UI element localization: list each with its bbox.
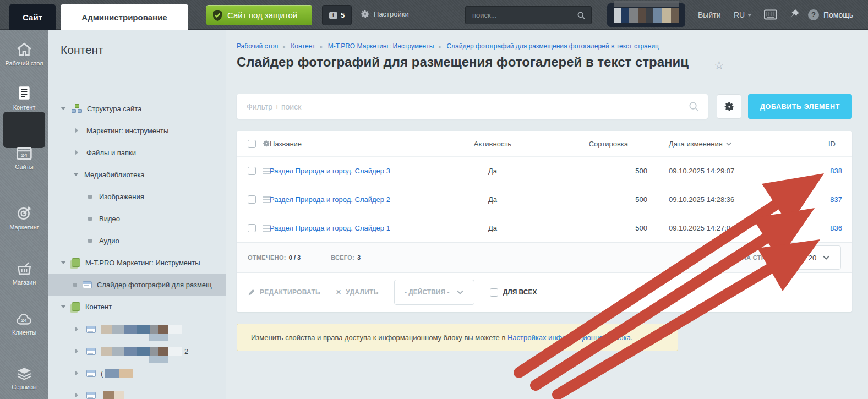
delete-label: УДАЛИТЬ <box>346 288 378 296</box>
tree-item-redacted[interactable] <box>48 384 226 399</box>
element-id-link[interactable]: 838 <box>830 167 842 175</box>
redacted-label <box>103 391 124 399</box>
tree-item-images[interactable]: Изображения <box>48 185 226 207</box>
settings-button[interactable]: Настройки <box>361 9 409 19</box>
tree-item-label: Маркетинг: инструменты <box>86 127 168 135</box>
sidebar-item-services[interactable]: Сервисы <box>0 367 48 391</box>
breadcrumb-item[interactable]: Контент <box>291 42 315 50</box>
element-id-link[interactable]: 836 <box>830 224 842 232</box>
pin-icon[interactable] <box>789 9 800 20</box>
expand-arrow-icon[interactable] <box>61 107 66 113</box>
favorite-star-icon[interactable]: ☆ <box>714 59 724 72</box>
breadcrumb-item[interactable]: Слайдер фотографий для размещения фотога… <box>446 42 659 50</box>
tree-item-photo-slider-selected[interactable]: Слайдер фотографий для размещ <box>48 274 226 296</box>
filter-search-input[interactable] <box>237 102 689 111</box>
logout-link[interactable]: Выйти <box>698 10 720 19</box>
tab-admin-active[interactable]: Администрирование <box>61 4 188 30</box>
redacted-label <box>101 325 182 334</box>
active-value: Да <box>451 167 534 175</box>
basket-icon <box>0 261 48 276</box>
tab-site[interactable]: Сайт <box>9 4 56 30</box>
pencil-icon <box>248 288 255 296</box>
language-selector[interactable]: RU <box>734 10 752 19</box>
tree-item-marketing-tools[interactable]: Маркетинг: инструменты <box>48 119 226 141</box>
sidebar-item-desktop[interactable]: Рабочий стол <box>0 42 48 67</box>
collapse-arrow-icon[interactable] <box>75 370 81 376</box>
per-page-value: 20 <box>809 254 816 262</box>
chevron-down-icon <box>747 14 752 19</box>
tree-item-redacted[interactable] <box>48 318 226 340</box>
expand-arrow-icon[interactable] <box>61 261 66 267</box>
tree-item-site-structure[interactable]: Структура сайта <box>48 97 226 119</box>
svg-text:24: 24 <box>21 152 28 158</box>
infoblock-settings-link[interactable]: Настройках информационного блока. <box>507 334 632 342</box>
sidebar-item-content[interactable]: Контент <box>0 85 48 111</box>
element-name-link[interactable]: Раздел Природа и город. Слайдер 3 <box>270 167 390 175</box>
help-label: Помощь <box>823 10 853 19</box>
grid-settings-button[interactable] <box>717 94 741 119</box>
column-header-active[interactable]: Активность <box>451 140 534 148</box>
tree-item-media-library[interactable]: Медиабиблиотека <box>48 163 226 185</box>
per-page-select[interactable]: 20 <box>797 245 841 270</box>
collapse-arrow-icon[interactable] <box>75 326 81 332</box>
for-all-checkbox[interactable] <box>490 288 498 297</box>
tree-item-video[interactable]: Видео <box>48 207 226 229</box>
columns-gear-icon[interactable] <box>263 140 270 147</box>
edit-button[interactable]: РЕДАКТИРОВАТЬ <box>248 288 320 296</box>
sidebar-item-sites[interactable]: 24 Сайты <box>0 147 48 171</box>
breadcrumb-item[interactable]: Рабочий стол <box>237 42 278 50</box>
sidebar-item-label: Контент <box>0 104 48 111</box>
question-icon: ? <box>808 9 819 20</box>
collapse-arrow-icon[interactable] <box>75 348 81 354</box>
topbar-search-input[interactable] <box>466 11 577 19</box>
column-header-name[interactable]: Название <box>270 140 451 148</box>
collapse-arrow-icon[interactable] <box>75 128 81 133</box>
for-all-toggle[interactable]: ДЛЯ ВСЕХ <box>490 288 537 297</box>
tree-item-redacted[interactable]: 2 <box>48 340 226 362</box>
column-header-modified[interactable]: Дата изменения <box>653 140 787 148</box>
filter-search-bar <box>237 94 708 119</box>
collapse-arrow-icon[interactable] <box>75 150 81 155</box>
tree-item-content-block[interactable]: Контент <box>48 296 226 318</box>
sidebar-item-clients[interactable]: 24 Клиенты <box>0 314 48 336</box>
table-row[interactable]: Раздел Природа и город. Слайдер 2 Да 500… <box>237 185 852 214</box>
row-checkbox[interactable] <box>248 224 256 232</box>
tree-item-label: 2 <box>184 347 188 356</box>
add-element-button[interactable]: ДОБАВИТЬ ЭЛЕМЕНТ <box>748 94 852 119</box>
select-all-checkbox[interactable] <box>248 140 256 148</box>
table-row[interactable]: Раздел Природа и город. Слайдер 1 Да 500… <box>237 214 852 242</box>
notifications-button[interactable]: i 5 <box>322 5 352 25</box>
actions-dropdown[interactable]: - ДЕЙСТВИЯ - <box>394 280 474 305</box>
breadcrumb-item[interactable]: M-T.PRO Маркетинг: Инструменты <box>328 42 434 50</box>
collapse-arrow-icon[interactable] <box>75 392 81 398</box>
tree-item-label: M-T.PRO Маркетинг: Инструменты <box>85 259 200 267</box>
help-button[interactable]: ? Помощь <box>808 9 853 20</box>
expand-arrow-icon[interactable] <box>73 173 79 179</box>
site-protected-button[interactable]: Сайт под защитой <box>206 5 312 25</box>
element-name-link[interactable]: Раздел Природа и город. Слайдер 2 <box>270 195 390 204</box>
delete-button[interactable]: ✕ УДАЛИТЬ <box>336 288 379 296</box>
column-header-sort[interactable]: Сортировка <box>534 140 653 148</box>
keyboard-icon[interactable] <box>764 9 777 20</box>
element-name-link[interactable]: Раздел Природа и город. Слайдер 1 <box>270 224 390 232</box>
column-header-id[interactable]: ID <box>787 140 852 148</box>
infoblock-icon <box>86 348 96 355</box>
search-icon[interactable] <box>689 101 708 112</box>
search-icon[interactable] <box>577 11 591 20</box>
sidebar-item-shop[interactable]: Магазин <box>0 261 48 286</box>
expand-arrow-icon[interactable] <box>61 305 66 311</box>
element-id-link[interactable]: 837 <box>830 195 842 204</box>
sidebar-item-label: Магазин <box>0 279 48 286</box>
modified-value: 09.10.2025 14:29:07 <box>653 167 787 175</box>
tree-item-files-folders[interactable]: Файлы и папки <box>48 141 226 163</box>
tree-item-audio[interactable]: Аудио <box>48 229 226 252</box>
tree-item-label: Структура сайта <box>87 105 141 113</box>
user-account-redacted[interactable] <box>607 3 685 27</box>
sidebar-item-label: Сервисы <box>0 384 48 391</box>
table-row[interactable]: Раздел Природа и город. Слайдер 3 Да 500… <box>237 156 852 185</box>
tree-item-redacted[interactable]: ( <box>48 362 226 384</box>
sidebar-item-marketing[interactable]: Маркетинг <box>0 205 48 231</box>
row-checkbox[interactable] <box>248 195 256 204</box>
row-checkbox[interactable] <box>248 167 256 175</box>
tree-item-mtpro-marketing[interactable]: M-T.PRO Маркетинг: Инструменты <box>48 252 226 274</box>
